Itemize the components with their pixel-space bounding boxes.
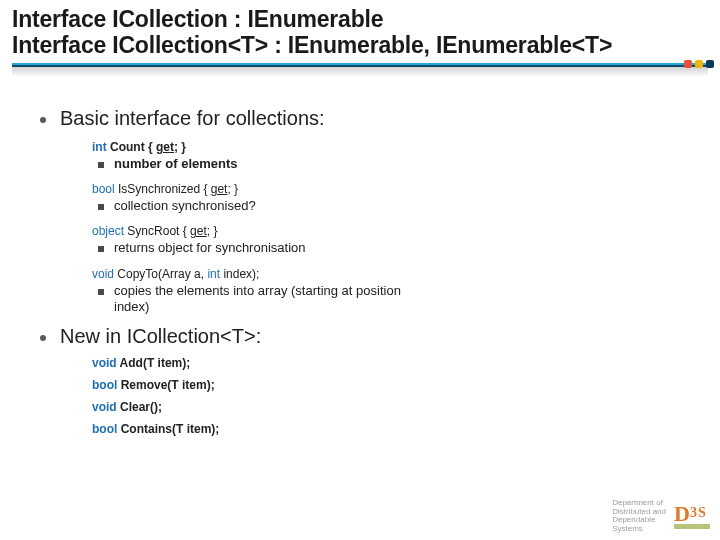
description: copies the elements into array (starting…: [114, 283, 434, 316]
keyword: int: [92, 140, 107, 154]
dot-navy-icon: [706, 60, 714, 68]
description: collection synchronised?: [114, 198, 256, 214]
bullet-new-in-t: New in ICollection<T>:: [40, 325, 690, 348]
signature: object SyncRoot { get; }: [92, 224, 690, 238]
member-count: int Count { get; } number of elements: [92, 140, 690, 172]
keyword: bool: [92, 182, 115, 196]
square-bullet-icon: [98, 289, 104, 295]
member-remove: bool Remove(T item);: [92, 378, 690, 392]
member-copyto: void CopyTo(Array a, int index); copies …: [92, 267, 690, 316]
bullet-basic-interface: Basic interface for collections:: [40, 107, 690, 130]
title-line-2: Interface ICollection<T> : IEnumerable, …: [12, 32, 708, 58]
square-bullet-icon: [98, 162, 104, 168]
signature: bool IsSynchronized { get; }: [92, 182, 690, 196]
bullet-text: New in ICollection<T>:: [60, 325, 261, 348]
member-issync: bool IsSynchronized { get; } collection …: [92, 182, 690, 214]
dot-red-icon: [684, 60, 692, 68]
description: returns object for synchronisation: [114, 240, 305, 256]
signature: void Add(T item);: [92, 356, 690, 370]
signature: void CopyTo(Array a, int index);: [92, 267, 690, 281]
description-row: returns object for synchronisation: [98, 240, 690, 256]
signature: int Count { get; }: [92, 140, 690, 154]
corner-dots: [684, 60, 714, 68]
keyword: void: [92, 267, 114, 281]
slide: Interface ICollection : IEnumerable Inte…: [0, 0, 720, 540]
signature: void Clear();: [92, 400, 690, 414]
member-syncroot: object SyncRoot { get; } returns object …: [92, 224, 690, 256]
department-label: Department of Distributed and Dependable…: [612, 499, 666, 534]
dot-yellow-icon: [695, 60, 703, 68]
d3s-logo-icon: D 3 S: [674, 503, 710, 529]
bullet-icon: [40, 117, 46, 123]
member-clear: void Clear();: [92, 400, 690, 414]
member-add: void Add(T item);: [92, 356, 690, 370]
bullet-icon: [40, 335, 46, 341]
signature: bool Remove(T item);: [92, 378, 690, 392]
title-shadow: [12, 67, 708, 77]
description-row: number of elements: [98, 156, 690, 172]
section-2-list: void Add(T item); bool Remove(T item); v…: [40, 356, 690, 436]
bullet-text: Basic interface for collections:: [60, 107, 325, 130]
square-bullet-icon: [98, 204, 104, 210]
slide-body: Basic interface for collections: int Cou…: [0, 77, 720, 436]
description-row: collection synchronised?: [98, 198, 690, 214]
description-row: copies the elements into array (starting…: [98, 283, 690, 316]
logo-bar: [674, 524, 710, 529]
member-contains: bool Contains(T item);: [92, 422, 690, 436]
signature: bool Contains(T item);: [92, 422, 690, 436]
square-bullet-icon: [98, 246, 104, 252]
title-block: Interface ICollection : IEnumerable Inte…: [0, 0, 720, 77]
footer: Department of Distributed and Dependable…: [612, 499, 710, 534]
description: number of elements: [114, 156, 238, 172]
title-line-1: Interface ICollection : IEnumerable: [12, 6, 708, 32]
keyword: object: [92, 224, 124, 238]
